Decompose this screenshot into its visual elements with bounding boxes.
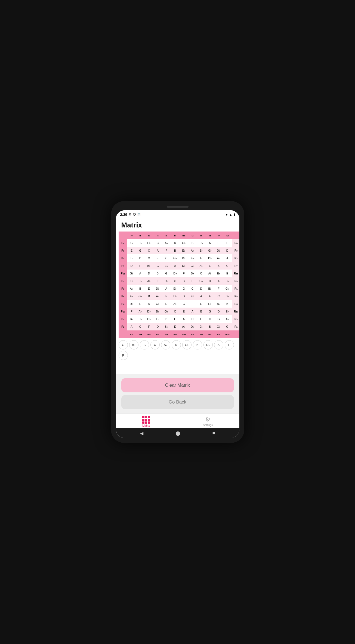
matrix-grid-icon — [142, 416, 150, 424]
wifi-icon: ▼ — [225, 213, 228, 216]
clear-matrix-button[interactable]: Clear Matrix — [121, 378, 234, 392]
tone-row: GB♭E♭CA♭DG♭BD♭AEF — [116, 338, 239, 362]
table-row: P₅CE♭A♭FD♭GBEG♭DAB♭R₅ — [119, 277, 239, 285]
gear-icon: ⚙ — [205, 416, 211, 423]
table-row: P₆D♭EAG♭DA♭CFGE♭B♭BR₆ — [119, 300, 239, 308]
tone-button[interactable]: G♭ — [182, 340, 192, 349]
table-row: P₁₁G♭ADBGD♭FB♭CA♭E♭ER₁₁ — [119, 270, 239, 277]
phone-frame: 2:29 ⚙ 🛡 📋 ▼ ▲ ▮ Matrix I₀I₃I₈I₅I₁I₇I₁ — [111, 201, 244, 443]
tone-button[interactable]: D♭ — [203, 340, 213, 349]
tone-button[interactable]: A♭ — [161, 340, 170, 349]
tone-button[interactable]: D — [172, 340, 181, 349]
tone-button[interactable]: F — [119, 351, 128, 360]
nav-settings[interactable]: ⚙ Settings — [203, 416, 213, 427]
tone-button[interactable]: A — [214, 340, 223, 349]
table-row: P₂ACFDB♭EA♭D♭E♭BG♭GR₂ — [119, 323, 239, 330]
table-row: P₄BDGECG♭B♭E♭FD♭A♭AR₄ — [119, 254, 239, 262]
nav-matrix-label: Matrix — [142, 424, 150, 427]
signal-icon: ▲ — [229, 213, 232, 216]
home-button[interactable]: ⬤ — [175, 431, 180, 436]
matrix-container: I₀I₃I₈I₅I₁I₇I₁₁I₄I₆I₂I₉I₁₀P₀GB♭E♭CA♭DG♭B… — [116, 232, 239, 338]
table-row: P₁A♭BED♭AE♭GCDB♭FG♭R₁ — [119, 285, 239, 292]
nav-settings-label: Settings — [203, 424, 213, 427]
page-title: Matrix — [121, 221, 234, 229]
tone-button[interactable]: B♭ — [129, 340, 138, 349]
back-button[interactable]: ◀ — [140, 431, 143, 436]
recents-button[interactable]: ■ — [212, 431, 215, 436]
table-row: P₈E♭G♭BA♭EB♭DGAFCD♭R₈ — [119, 292, 239, 300]
tone-button[interactable]: C — [150, 340, 160, 349]
table-row: P₀GB♭E♭CA♭DG♭BD♭AEFR₀ — [119, 239, 239, 247]
table-row: P₇DFB♭GE♭AD♭G♭A♭EBCR₇ — [119, 262, 239, 270]
tone-button[interactable]: E — [225, 340, 234, 349]
table-row: P₃B♭D♭G♭E♭BFADECGA♭R₃ — [119, 315, 239, 323]
tone-button[interactable]: B — [193, 340, 202, 349]
table-row: P₉EGCAFBE♭A♭B♭G♭D♭DR₉ — [119, 247, 239, 254]
bottom-section: Clear Matrix Go Back — [116, 374, 239, 414]
android-nav-bar: ◀ ⬤ ■ — [116, 428, 239, 438]
nav-bar: Matrix ⚙ Settings — [116, 414, 239, 428]
table-row: P₁₀FA♭D♭B♭G♭CEABGDE♭R₁₀ — [119, 308, 239, 315]
status-bar: 2:29 ⚙ 🛡 📋 ▼ ▲ ▮ — [116, 210, 239, 218]
status-time: 2:29 — [120, 212, 127, 217]
matrix-table: I₀I₃I₈I₅I₁I₇I₁₁I₄I₆I₂I₉I₁₀P₀GB♭E♭CA♭DG♭B… — [119, 232, 239, 338]
clipboard-icon: 📋 — [137, 213, 141, 216]
battery-icon: ▮ — [233, 213, 235, 216]
app-header: Matrix — [116, 218, 239, 232]
tone-button[interactable]: E♭ — [140, 340, 149, 349]
tone-button[interactable]: G — [119, 340, 128, 349]
phone-notch — [167, 206, 189, 208]
phone-screen: 2:29 ⚙ 🛡 📋 ▼ ▲ ▮ Matrix I₀I₃I₈I₅I₁I₇I₁ — [116, 210, 239, 438]
shield-icon: 🛡 — [133, 213, 136, 216]
nav-matrix[interactable]: Matrix — [142, 416, 150, 427]
app-content: Matrix I₀I₃I₈I₅I₁I₇I₁₁I₄I₆I₂I₉I₁₀P₀GB♭E♭… — [116, 218, 239, 428]
settings-icon: ⚙ — [129, 213, 131, 216]
go-back-button[interactable]: Go Back — [121, 395, 234, 409]
